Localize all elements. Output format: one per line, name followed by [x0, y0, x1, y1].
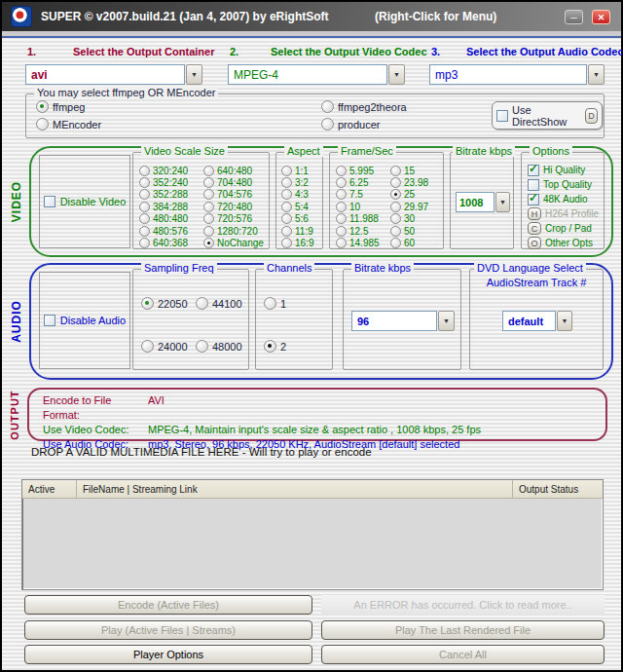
radio-scale-352-240[interactable]: 352:240 [139, 176, 188, 188]
cancel-all-button[interactable]: Cancel All [321, 645, 605, 664]
encode-button[interactable]: Encode (Active Files) [24, 595, 312, 615]
radio-scale-704-576[interactable]: 704:576 [203, 189, 264, 201]
button-label: H264 Profile [545, 208, 599, 219]
title-bar[interactable]: SUPER © v2007.build.21 (Jan 4, 2007) by … [2, 2, 621, 31]
chevron-down-icon[interactable]: ▼ [388, 64, 405, 85]
disable-video-panel[interactable]: Disable Video [39, 155, 130, 248]
radio-icon [390, 166, 401, 176]
chevron-down-icon[interactable]: ▼ [557, 311, 572, 331]
other-opts-button[interactable]: O Other Opts [528, 236, 599, 250]
radio-fps-25[interactable]: 25 [390, 189, 428, 201]
video-bitrate-value: 1008 [456, 192, 495, 212]
radio-icon [336, 166, 347, 176]
directshow-panel[interactable]: Use DirectShow D [492, 101, 603, 130]
output-format-value: AVI [148, 393, 165, 423]
chevron-down-icon[interactable]: ▼ [495, 192, 510, 212]
radio-scale-1280-720[interactable]: 1280:720 [203, 225, 264, 237]
radio-channels-1[interactable]: 1 [264, 297, 286, 310]
checkbox-48k-audio[interactable]: ✓ 48K Audio [528, 192, 599, 206]
radio-scale-320-240[interactable]: 320:240 [139, 165, 188, 176]
chevron-down-icon: ▼ [593, 71, 600, 78]
sampling-freq-groupbox: Sampling Freq 22050 44100 24000 48000 [132, 269, 249, 370]
radio-24000[interactable]: 24000 [141, 340, 188, 353]
container-select-button[interactable]: ▼ [186, 64, 202, 85]
radio-aspect-4-3[interactable]: 4:3 [281, 189, 313, 201]
radio-fps-14985[interactable]: 14.985 [336, 237, 380, 248]
radio-mencoder[interactable]: MEncoder [36, 118, 101, 131]
video-codec-select[interactable]: MPEG-4 ▼ [228, 64, 405, 85]
audio-bitrate-value: 96 [351, 311, 437, 331]
h264-profile-button[interactable]: H H264 Profile [528, 206, 599, 221]
radio-label: 704:576 [217, 189, 252, 200]
radio-fps-75[interactable]: 7.5 [336, 189, 380, 201]
checkbox-hi-quality[interactable]: ✓ Hi Quality [528, 163, 599, 177]
radio-aspect-11-9[interactable]: 11:9 [281, 225, 313, 237]
close-button[interactable]: ✕ [592, 10, 610, 24]
radio-scale-640-480[interactable]: 640:480 [203, 165, 264, 176]
radio-fps-30[interactable]: 30 [390, 213, 428, 225]
disable-video-checkbox[interactable] [44, 196, 55, 207]
radio-fps-10[interactable]: 10 [336, 201, 380, 212]
player-options-button[interactable]: Player Options [24, 645, 312, 664]
crop-pad-button[interactable]: C Crop / Pad [528, 221, 599, 236]
radio-scale-720-576[interactable]: 720:576 [203, 213, 264, 225]
chevron-down-icon[interactable]: ▼ [438, 311, 455, 331]
radio-producer[interactable]: producer [321, 118, 380, 131]
radio-fps-625[interactable]: 6.25 [336, 176, 380, 188]
output-video-label: Use Video Codec: [43, 423, 148, 437]
radio-scale-704-480[interactable]: 704:480 [203, 176, 264, 188]
radio-scale-352-288[interactable]: 352:288 [139, 189, 188, 201]
checkbox-checked-icon: ✓ [528, 194, 539, 205]
container-select[interactable]: avi ▼ [25, 64, 202, 85]
radio-fps-2398[interactable]: 23.98 [390, 176, 428, 188]
file-list-drop-zone[interactable]: Active FileName | Streaming Link Output … [21, 479, 604, 590]
radio-scale-640-368[interactable]: 640:368 [139, 237, 188, 248]
radio-fps-60[interactable]: 60 [390, 237, 428, 248]
chevron-down-icon[interactable]: ▼ [588, 64, 605, 85]
directshow-checkbox[interactable] [496, 110, 508, 122]
radio-aspect-16-9[interactable]: 16:9 [281, 237, 313, 248]
radio-fps-11988[interactable]: 11.988 [336, 213, 380, 225]
radio-icon [203, 213, 214, 224]
radio-ffmpeg[interactable]: ffmpeg [36, 100, 85, 113]
radio-scale-720-480[interactable]: 720:480 [203, 201, 264, 212]
audio-bitrate-select[interactable]: 96 ▼ [351, 311, 455, 331]
disable-audio-checkbox[interactable] [44, 315, 55, 326]
radio-aspect-1-1[interactable]: 1:1 [281, 165, 313, 176]
radio-fps-50[interactable]: 50 [390, 225, 428, 237]
minimize-button[interactable]: ─ [565, 10, 583, 24]
column-header-filename: FileName | Streaming Link [77, 480, 513, 498]
radio-22050[interactable]: 22050 [141, 297, 188, 310]
radio-fps-5995[interactable]: 5.995 [336, 165, 380, 176]
radio-fps-125[interactable]: 12.5 [336, 225, 380, 237]
radio-channels-2[interactable]: 2 [264, 340, 286, 353]
directshow-d-button[interactable]: D [585, 108, 598, 124]
radio-ffmpeg2theora[interactable]: ffmpeg2theora [321, 100, 407, 113]
radio-scale-384-288[interactable]: 384:288 [139, 201, 188, 212]
play-button[interactable]: Play (Active Files | Streams) [24, 620, 312, 640]
radio-44100[interactable]: 44100 [196, 297, 242, 310]
radio-aspect-3-2[interactable]: 3:2 [281, 176, 313, 188]
radio-aspect-5-4[interactable]: 5:4 [281, 201, 313, 212]
radio-icon [139, 238, 150, 248]
radio-label: 24000 [158, 341, 188, 353]
video-bitrate-select[interactable]: 1008 ▼ [456, 192, 510, 212]
error-notice[interactable]: An ERROR has occurred. Click to read mor… [321, 595, 605, 615]
chevron-down-icon: ▼ [393, 71, 400, 78]
checkbox-top-quality[interactable]: Top Quality [528, 177, 599, 192]
radio-scale-480-576[interactable]: 480:576 [139, 225, 188, 237]
radio-icon [203, 202, 214, 212]
radio-48000[interactable]: 48000 [196, 340, 242, 353]
radio-aspect-5-6[interactable]: 5:6 [281, 213, 313, 225]
radio-scale-nochange[interactable]: NoChange [203, 237, 264, 248]
radio-fps-2997[interactable]: 29.97 [390, 201, 428, 212]
disable-audio-panel[interactable]: Disable Audio [39, 272, 130, 369]
radio-icon [281, 226, 292, 237]
radio-fps-15[interactable]: 15 [390, 165, 428, 176]
play-last-rendered-button[interactable]: Play The Last Rendered File [321, 620, 605, 640]
radio-scale-480-480[interactable]: 480:480 [139, 213, 188, 225]
column-header-output-status: Output Status [513, 480, 603, 498]
dvd-audiostream-select[interactable]: default ▼ [502, 311, 572, 331]
video-bitrate-groupbox: Bitrate kbps 1008 ▼ [450, 152, 514, 249]
audio-codec-select[interactable]: mp3 ▼ [429, 64, 605, 85]
